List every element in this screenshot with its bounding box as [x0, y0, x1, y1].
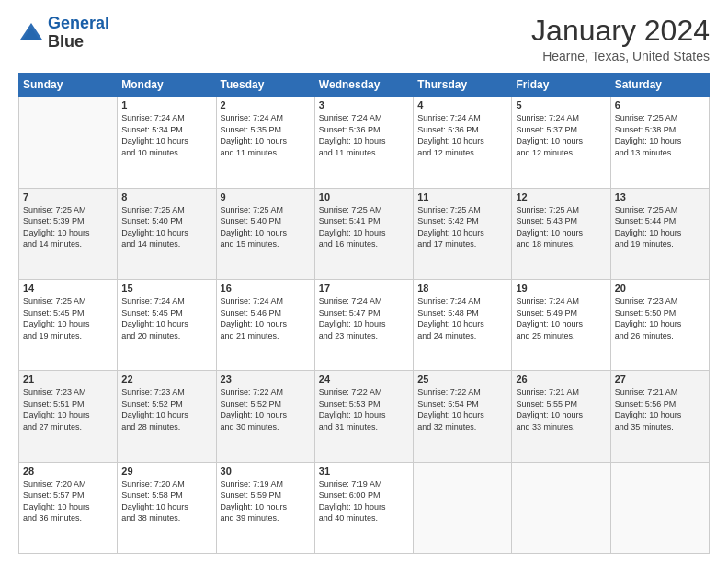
- day-info: Sunrise: 7:23 AM Sunset: 5:52 PM Dayligh…: [121, 386, 211, 432]
- day-number: 8: [121, 191, 211, 202]
- calendar-cell: 28Sunrise: 7:20 AM Sunset: 5:57 PM Dayli…: [19, 462, 118, 553]
- calendar-cell: 31Sunrise: 7:19 AM Sunset: 6:00 PM Dayli…: [314, 462, 413, 553]
- calendar-cell: 23Sunrise: 7:22 AM Sunset: 5:52 PM Dayli…: [216, 371, 314, 462]
- day-number: 29: [121, 465, 211, 477]
- logo-text: General Blue: [48, 15, 109, 52]
- day-number: 2: [221, 99, 311, 110]
- calendar-cell: 2Sunrise: 7:24 AM Sunset: 5:35 PM Daylig…: [216, 97, 314, 188]
- calendar-cell: [19, 97, 118, 188]
- calendar-cell: 3Sunrise: 7:24 AM Sunset: 5:36 PM Daylig…: [314, 97, 413, 188]
- day-header: Tuesday: [216, 74, 314, 97]
- day-header: Thursday: [414, 74, 512, 97]
- day-info: Sunrise: 7:25 AM Sunset: 5:41 PM Dayligh…: [319, 204, 409, 250]
- logo: General Blue: [18, 15, 109, 52]
- month-year: January 2024: [531, 15, 710, 47]
- calendar-cell: 12Sunrise: 7:25 AM Sunset: 5:43 PM Dayli…: [512, 188, 610, 279]
- day-number: 17: [319, 282, 409, 293]
- day-number: 19: [516, 282, 606, 293]
- calendar-cell: 9Sunrise: 7:25 AM Sunset: 5:40 PM Daylig…: [216, 188, 314, 279]
- calendar-cell: 17Sunrise: 7:24 AM Sunset: 5:47 PM Dayli…: [314, 279, 413, 370]
- day-number: 20: [615, 282, 705, 293]
- day-number: 15: [121, 282, 211, 293]
- day-info: Sunrise: 7:24 AM Sunset: 5:45 PM Dayligh…: [121, 295, 211, 341]
- day-info: Sunrise: 7:24 AM Sunset: 5:47 PM Dayligh…: [319, 295, 409, 341]
- day-info: Sunrise: 7:25 AM Sunset: 5:38 PM Dayligh…: [615, 112, 705, 158]
- day-info: Sunrise: 7:25 AM Sunset: 5:44 PM Dayligh…: [615, 204, 705, 250]
- location: Hearne, Texas, United States: [531, 49, 710, 63]
- calendar-cell: 21Sunrise: 7:23 AM Sunset: 5:51 PM Dayli…: [19, 371, 118, 462]
- day-number: 26: [516, 373, 606, 385]
- day-info: Sunrise: 7:24 AM Sunset: 5:35 PM Dayligh…: [221, 112, 311, 158]
- day-number: 13: [615, 191, 705, 202]
- calendar-cell: 6Sunrise: 7:25 AM Sunset: 5:38 PM Daylig…: [610, 97, 709, 188]
- day-number: 9: [221, 191, 311, 202]
- day-header: Friday: [512, 74, 610, 97]
- day-number: 24: [319, 373, 409, 385]
- calendar-cell: 8Sunrise: 7:25 AM Sunset: 5:40 PM Daylig…: [118, 188, 216, 279]
- day-number: 21: [23, 373, 113, 385]
- day-number: 14: [23, 282, 113, 293]
- day-header: Monday: [118, 74, 216, 97]
- day-number: 23: [221, 373, 311, 385]
- day-info: Sunrise: 7:23 AM Sunset: 5:51 PM Dayligh…: [23, 386, 113, 432]
- day-number: 12: [516, 191, 606, 202]
- calendar-cell: 24Sunrise: 7:22 AM Sunset: 5:53 PM Dayli…: [314, 371, 413, 462]
- calendar-cell: 11Sunrise: 7:25 AM Sunset: 5:42 PM Dayli…: [414, 188, 512, 279]
- calendar-cell: [610, 462, 709, 553]
- calendar: SundayMondayTuesdayWednesdayThursdayFrid…: [18, 73, 710, 554]
- day-number: 1: [121, 99, 211, 110]
- calendar-cell: 5Sunrise: 7:24 AM Sunset: 5:37 PM Daylig…: [512, 97, 610, 188]
- calendar-cell: 4Sunrise: 7:24 AM Sunset: 5:36 PM Daylig…: [414, 97, 512, 188]
- day-info: Sunrise: 7:23 AM Sunset: 5:50 PM Dayligh…: [615, 295, 705, 341]
- day-info: Sunrise: 7:22 AM Sunset: 5:53 PM Dayligh…: [319, 386, 409, 432]
- calendar-cell: 1Sunrise: 7:24 AM Sunset: 5:34 PM Daylig…: [118, 97, 216, 188]
- day-number: 7: [23, 191, 113, 202]
- day-number: 4: [417, 99, 507, 110]
- day-info: Sunrise: 7:24 AM Sunset: 5:48 PM Dayligh…: [417, 295, 507, 341]
- day-number: 5: [516, 99, 606, 110]
- day-info: Sunrise: 7:20 AM Sunset: 5:57 PM Dayligh…: [23, 478, 113, 524]
- calendar-cell: 27Sunrise: 7:21 AM Sunset: 5:56 PM Dayli…: [610, 371, 709, 462]
- header: General Blue January 2024 Hearne, Texas,…: [18, 15, 710, 63]
- day-info: Sunrise: 7:21 AM Sunset: 5:55 PM Dayligh…: [516, 386, 606, 432]
- day-info: Sunrise: 7:24 AM Sunset: 5:49 PM Dayligh…: [516, 295, 606, 341]
- day-number: 6: [615, 99, 705, 110]
- day-header: Sunday: [19, 74, 118, 97]
- calendar-cell: 14Sunrise: 7:25 AM Sunset: 5:45 PM Dayli…: [19, 279, 118, 370]
- day-number: 30: [221, 465, 311, 477]
- day-number: 31: [319, 465, 409, 477]
- day-info: Sunrise: 7:24 AM Sunset: 5:46 PM Dayligh…: [221, 295, 311, 341]
- day-info: Sunrise: 7:19 AM Sunset: 6:00 PM Dayligh…: [319, 478, 409, 524]
- day-number: 11: [417, 191, 507, 202]
- title-area: January 2024 Hearne, Texas, United State…: [531, 15, 710, 63]
- day-number: 25: [417, 373, 507, 385]
- day-header: Saturday: [610, 74, 709, 97]
- calendar-cell: [414, 462, 512, 553]
- calendar-cell: 30Sunrise: 7:19 AM Sunset: 5:59 PM Dayli…: [216, 462, 314, 553]
- day-number: 3: [319, 99, 409, 110]
- calendar-cell: 20Sunrise: 7:23 AM Sunset: 5:50 PM Dayli…: [610, 279, 709, 370]
- calendar-cell: [512, 462, 610, 553]
- day-info: Sunrise: 7:21 AM Sunset: 5:56 PM Dayligh…: [615, 386, 705, 432]
- day-info: Sunrise: 7:19 AM Sunset: 5:59 PM Dayligh…: [221, 478, 311, 524]
- day-info: Sunrise: 7:25 AM Sunset: 5:40 PM Dayligh…: [121, 204, 211, 250]
- calendar-cell: 10Sunrise: 7:25 AM Sunset: 5:41 PM Dayli…: [314, 188, 413, 279]
- calendar-cell: 7Sunrise: 7:25 AM Sunset: 5:39 PM Daylig…: [19, 188, 118, 279]
- day-number: 27: [615, 373, 705, 385]
- calendar-cell: 26Sunrise: 7:21 AM Sunset: 5:55 PM Dayli…: [512, 371, 610, 462]
- day-number: 18: [417, 282, 507, 293]
- logo-icon: [18, 20, 44, 46]
- day-info: Sunrise: 7:24 AM Sunset: 5:34 PM Dayligh…: [121, 112, 211, 158]
- calendar-cell: 29Sunrise: 7:20 AM Sunset: 5:58 PM Dayli…: [118, 462, 216, 553]
- calendar-cell: 22Sunrise: 7:23 AM Sunset: 5:52 PM Dayli…: [118, 371, 216, 462]
- day-number: 10: [319, 191, 409, 202]
- calendar-cell: 15Sunrise: 7:24 AM Sunset: 5:45 PM Dayli…: [118, 279, 216, 370]
- day-info: Sunrise: 7:20 AM Sunset: 5:58 PM Dayligh…: [121, 478, 211, 524]
- day-info: Sunrise: 7:25 AM Sunset: 5:39 PM Dayligh…: [23, 204, 113, 250]
- calendar-cell: 16Sunrise: 7:24 AM Sunset: 5:46 PM Dayli…: [216, 279, 314, 370]
- day-info: Sunrise: 7:25 AM Sunset: 5:45 PM Dayligh…: [23, 295, 113, 341]
- day-number: 28: [23, 465, 113, 477]
- day-info: Sunrise: 7:25 AM Sunset: 5:43 PM Dayligh…: [516, 204, 606, 250]
- day-header: Wednesday: [314, 74, 413, 97]
- day-info: Sunrise: 7:24 AM Sunset: 5:36 PM Dayligh…: [319, 112, 409, 158]
